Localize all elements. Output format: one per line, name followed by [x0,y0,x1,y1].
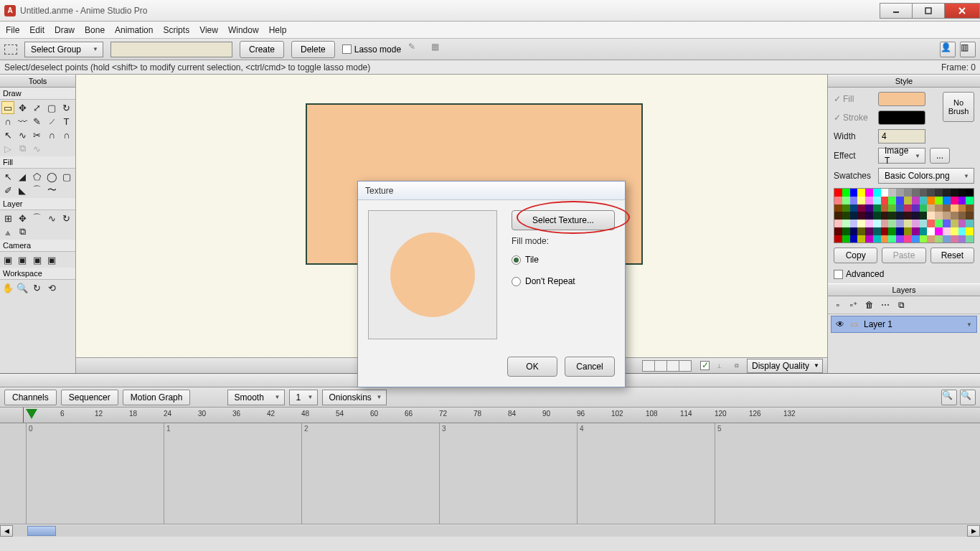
tool-bucket[interactable]: ◢ [16,170,29,183]
swatch-color[interactable] [873,220,881,227]
swatch-color[interactable] [881,235,889,243]
copy-button[interactable]: Copy [834,248,877,263]
swatch-color[interactable] [881,197,889,204]
menu-help[interactable]: Help [269,25,287,35]
swatch-color[interactable] [834,227,842,235]
swatch-color[interactable] [943,235,951,243]
swatch-color[interactable] [966,220,974,227]
radio-tile[interactable]: Tile [512,255,615,265]
scroll-right-icon[interactable]: ▶ [967,525,980,537]
menu-bone[interactable]: Bone [85,25,105,35]
swatch-color[interactable] [958,189,966,197]
swatch-color[interactable] [920,220,928,227]
library-icon[interactable]: ▥ [960,42,976,57]
menu-window[interactable]: Window [228,25,259,35]
tool-move[interactable]: ✥ [16,101,29,114]
swatch-color[interactable] [888,235,896,243]
advanced-checkbox[interactable]: Advanced [834,269,974,279]
no-brush-button[interactable]: No Brush [943,92,974,122]
close-button[interactable] [944,3,980,19]
swatch-color[interactable] [896,212,904,220]
tool-skew[interactable]: ⟁ [1,225,14,238]
maximize-button[interactable] [912,3,945,19]
visibility-icon[interactable]: 👁 [836,319,844,329]
swatch-color[interactable] [896,235,904,243]
user-icon[interactable]: 👤 [940,42,956,57]
swatch-color[interactable] [865,220,873,227]
crop-icon[interactable]: ⧈ [730,360,744,372]
swatch-color[interactable] [966,204,974,212]
swatch-color[interactable] [842,220,850,227]
swatch-color[interactable] [912,235,920,243]
swatch-color[interactable] [896,189,904,197]
tool-select[interactable]: ▭ [1,101,14,114]
swatch-color[interactable] [951,220,958,227]
view-hsplit-icon[interactable] [654,360,667,372]
tool-copy[interactable]: ⧉ [16,225,29,238]
tool-reload[interactable]: ↻ [60,101,73,114]
tool-zoom[interactable]: 🔍 [16,281,29,294]
swatch-color[interactable] [935,227,943,235]
swatch-color[interactable] [927,235,935,243]
ok-button[interactable]: OK [507,357,557,377]
tool-flag[interactable]: ◣ [16,184,29,197]
layer-more-icon[interactable]: ⋯ [878,298,892,311]
swatch-color[interactable] [850,235,858,243]
swatch-color[interactable] [857,220,865,227]
swatch-color[interactable] [896,197,904,204]
swatch-color[interactable] [927,197,935,204]
swatch-color[interactable] [857,235,865,243]
swatches-dropdown[interactable]: Basic Colors.png [878,168,974,184]
toolbar-icon-a[interactable]: ✎ [408,42,424,57]
swatch-color[interactable] [943,227,951,235]
display-quality-dropdown[interactable]: Display Quality [747,359,823,373]
lasso-mode-checkbox[interactable]: Lasso mode [342,44,401,55]
swatch-color[interactable] [873,235,881,243]
swatch-color[interactable] [935,197,943,204]
swatch-color[interactable] [958,220,966,227]
menu-edit[interactable]: Edit [29,25,44,35]
swatch-color[interactable] [842,212,850,220]
stroke-color-swatch[interactable] [878,110,925,125]
swatch-color[interactable] [850,227,858,235]
new-layer-plus-icon[interactable]: ▫⁺ [847,298,861,311]
swatch-color[interactable] [873,212,881,220]
swatch-color[interactable] [834,220,842,227]
swatch-color[interactable] [888,189,896,197]
swatch-color[interactable] [904,235,912,243]
swatch-color[interactable] [920,235,928,243]
tool-arc[interactable]: ⌒ [31,184,44,197]
swatch-color[interactable] [865,212,873,220]
swatch-color[interactable] [912,227,920,235]
swatch-color[interactable] [943,204,951,212]
swatch-color[interactable] [912,212,920,220]
swatch-color[interactable] [920,189,928,197]
tool-dup[interactable]: ⧉ [16,142,29,155]
toolbar-icon-b[interactable]: ▦ [431,42,447,57]
swatch-color[interactable] [966,197,974,204]
swatch-color[interactable] [873,204,881,212]
swatch-color[interactable] [834,212,842,220]
tool-orbit[interactable]: ↻ [31,281,44,294]
group-name-input[interactable] [110,42,232,57]
new-layer-icon[interactable]: ▫ [831,298,845,311]
swatch-color[interactable] [920,197,928,204]
tool-curve[interactable]: ∩ [1,115,14,128]
swatch-color[interactable] [881,212,889,220]
zoom-in-icon[interactable]: 🔍 [960,390,976,405]
swatch-color[interactable] [951,189,958,197]
swatch-color[interactable] [857,204,865,212]
swatch-color[interactable] [927,189,935,197]
tool-arrow[interactable]: ↖ [1,128,14,141]
swatch-color[interactable] [881,189,889,197]
swatch-color[interactable] [958,212,966,220]
view-single-icon[interactable] [642,360,655,372]
step-dropdown[interactable]: 1 [289,390,318,405]
swatch-color[interactable] [943,197,951,204]
tool-scissor[interactable]: ✂ [31,128,44,141]
timeline-tracks[interactable]: 012345 [0,423,980,524]
swatch-color[interactable] [958,204,966,212]
tool-freehand[interactable]: 〰 [16,115,29,128]
paste-button[interactable]: Paste [882,248,925,263]
swatch-color[interactable] [943,220,951,227]
